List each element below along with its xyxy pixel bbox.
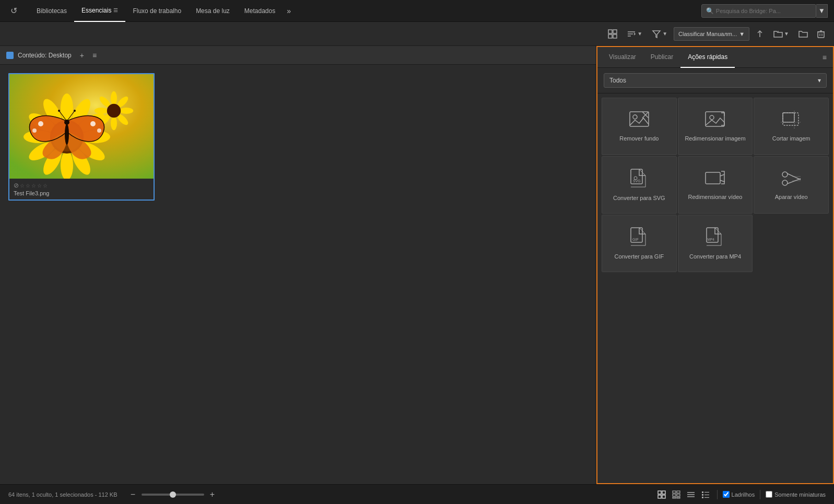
action-redimensionar-video[interactable]: Redimensionar vídeo [678,156,753,214]
action-converter-gif[interactable]: GIF Converter para GIF [602,215,677,272]
svg-rect-76 [662,491,665,494]
svg-rect-78 [662,495,665,498]
svg-point-42 [32,128,37,133]
ladrilhos-label[interactable]: Ladrilhos [732,491,755,498]
trash-icon [817,30,825,38]
view-list2-button[interactable] [699,489,712,500]
svg-point-45 [64,120,69,125]
svg-rect-57 [783,113,798,125]
view-tiles-button[interactable] [670,489,683,500]
view-grid-button[interactable] [655,489,668,500]
sort-manual-dropdown[interactable]: Classificar Manuалm... ▼ [674,27,749,41]
svg-rect-79 [673,491,676,493]
redimensionar-imagem-icon [704,111,725,130]
sort-options-button[interactable]: ▼ [624,27,645,41]
aparar-video-icon [781,169,802,188]
ladrilhos-checkbox[interactable] [723,491,730,498]
add-content-button[interactable]: + [78,50,86,61]
action-aparar-video[interactable]: Aparar vídeo [754,156,829,214]
nav-more-button[interactable]: » [283,0,295,22]
thumbnail-view-icon [608,29,617,39]
svg-rect-84 [677,497,680,498]
cortar-imagem-icon [781,111,802,130]
folder-view-icon [773,30,783,38]
svg-rect-1 [613,30,617,33]
content-grid: ⊘ ☆ ☆ ☆ ☆ ☆ Test File3.png [0,65,596,484]
zoom-controls: − + [128,489,218,500]
filter-dropdown[interactable]: Todos ▾ [604,73,827,88]
converter-mp4-label: Converter para MP4 [689,253,741,260]
filter-button[interactable]: ▼ [649,27,671,41]
svg-rect-92 [702,497,703,498]
file-thumbnail[interactable]: ⊘ ☆ ☆ ☆ ☆ ☆ Test File3.png [8,73,155,201]
nav-item-metadados[interactable]: Metadados [237,0,283,22]
converter-svg-label: Converter para SVG [613,194,665,202]
nav-item-essenciais[interactable]: Essenciais ☰ [74,0,125,22]
delete-button[interactable] [814,28,828,40]
view-grid-icon [657,490,666,499]
search-dropdown-button[interactable]: ▼ [816,4,828,18]
action-cortar-imagem[interactable]: Cortar imagem [754,98,829,155]
action-converter-mp4[interactable]: MP4 Converter para MP4 [678,215,753,272]
nav-item-fluxo[interactable]: Fluxo de trabalho [125,0,189,22]
view-list1-button[interactable] [685,489,697,500]
svg-marker-7 [653,31,660,38]
svg-rect-81 [673,494,676,496]
svg-point-49 [74,110,76,112]
svg-rect-83 [673,497,676,498]
svg-rect-90 [702,494,703,496]
redimensionar-imagem-label: Redimensionar imagem [685,135,745,142]
svg-point-41 [90,121,96,126]
svg-rect-88 [702,491,703,493]
svg-point-51 [633,115,637,119]
tab-acoes-rapidas[interactable]: Ações rápidas [680,47,735,68]
zoom-slider-thumb[interactable] [170,491,176,498]
folder-view-button[interactable]: ▼ [770,28,792,40]
miniaturas-checkbox[interactable] [766,491,772,498]
new-folder-button[interactable] [795,28,811,40]
svg-point-17 [61,93,73,123]
tab-publicar[interactable]: Publicar [643,47,680,68]
filter-row: Todos ▾ [597,68,833,93]
svg-point-65 [782,172,788,177]
action-converter-svg[interactable]: SVG Converter para SVG [602,156,677,214]
search-input[interactable] [716,8,800,14]
miniaturas-label[interactable]: Somente miniaturas [774,491,826,498]
converter-gif-icon: GIF [629,227,650,248]
search-container: 🔍 [701,4,816,18]
svg-point-55 [710,115,714,120]
nav-item-mesa[interactable]: Mesa de luz [189,0,237,22]
status-bar: 64 itens, 1 oculto, 1 selecionados - 112… [0,484,834,504]
svg-point-31 [111,91,117,105]
tab-menu-button[interactable]: ≡ [820,51,829,64]
nav-item-bibliotecas[interactable]: Bibliotecas [29,0,74,22]
filter-label: Todos [609,77,626,84]
search-icon: 🔍 [706,7,714,15]
svg-point-35 [111,116,117,130]
file-name: Test File3.png [14,190,149,196]
main-area: Conteúdo: Desktop + ≡ [0,46,834,484]
svg-point-48 [58,110,60,112]
action-redimensionar-imagem[interactable]: Redimensionar imagem [678,98,753,155]
sort-ascending-button[interactable] [753,28,767,40]
zoom-out-button[interactable]: − [128,489,138,500]
content-menu-button[interactable]: ≡ [90,50,99,61]
svg-rect-0 [608,30,612,33]
view-divider2 [760,490,760,499]
redimensionar-video-label: Redimensionar vídeo [688,193,743,201]
panel-header-title: Conteúdo: Desktop [18,52,72,59]
action-remover-fundo[interactable]: Remover fundo [602,98,677,155]
cortar-imagem-label: Cortar imagem [772,135,810,142]
thumbnail-view-button[interactable] [605,27,620,41]
file-rating: ⊘ ☆ ☆ ☆ ☆ ☆ [14,182,149,189]
view-list1-icon [687,490,695,499]
svg-rect-82 [677,494,680,496]
sort-dropdown-arrow: ▼ [637,31,642,37]
tab-visualizar[interactable]: Visualizar [602,47,643,68]
zoom-in-button[interactable]: + [207,489,218,500]
folder-view-arrow: ▼ [784,31,789,37]
svg-line-68 [787,179,801,184]
converter-svg-icon: SVG [629,168,650,189]
top-nav: ↺ Bibliotecas Essenciais ☰ Fluxo de trab… [0,0,834,22]
view-list2-icon [701,490,710,499]
